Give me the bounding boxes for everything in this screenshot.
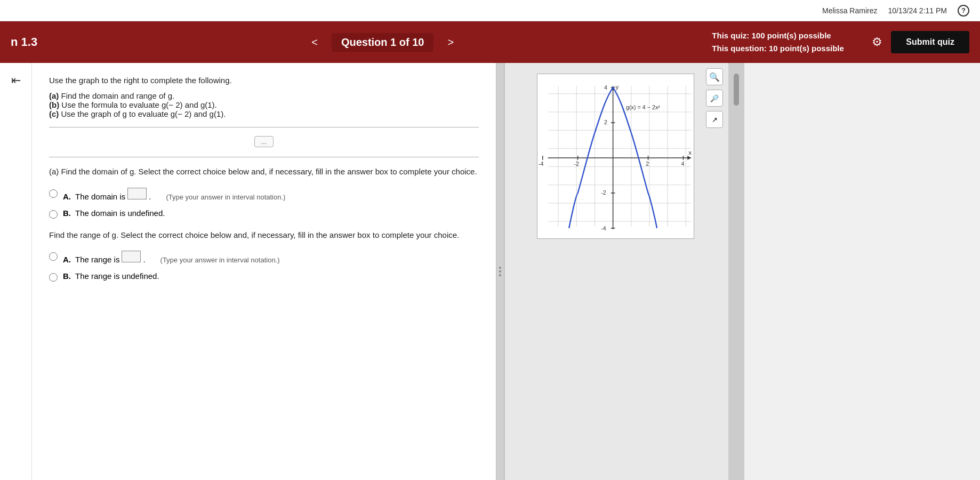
domain-option-a-text: A. The domain is . (Type your answer in … — [63, 188, 285, 201]
next-question-button[interactable]: > — [442, 34, 459, 51]
quiz-info: This quiz: 100 point(s) possible This qu… — [712, 29, 861, 55]
header: n 1.3 < Question 1 of 10 > This quiz: 10… — [0, 21, 980, 63]
back-arrow-icon[interactable]: ⇤ — [11, 74, 21, 87]
part-a-label: (a) — [49, 91, 59, 100]
right-panel: 🔍 🔎 ↗ — [504, 63, 728, 480]
svg-text:x: x — [688, 149, 692, 156]
user-info-group: Melissa Ramirez 10/13/24 2:11 PM ? — [822, 5, 969, 17]
part-c-label: (c) — [49, 109, 59, 118]
svg-text:2: 2 — [604, 119, 607, 125]
quiz-points-line: This quiz: 100 point(s) possible — [712, 29, 861, 42]
range-radio-a[interactable] — [49, 252, 58, 261]
domain-radio-b[interactable] — [49, 210, 58, 219]
svg-text:-4: -4 — [538, 161, 543, 167]
settings-icon[interactable]: ⚙ — [872, 35, 882, 49]
domain-option-a-main: The domain is — [75, 192, 125, 201]
part-a-text: Find the domain and range of g. — [61, 91, 175, 100]
subquestion-domain: (a) Find the domain of g. Select the cor… — [49, 166, 479, 178]
question-parts: (a) Find the domain and range of g. (b) … — [49, 91, 479, 118]
submit-quiz-button[interactable]: Submit quiz — [891, 31, 969, 53]
range-option-a-text: A. The range is . (Type your answer in i… — [63, 251, 280, 264]
right-scrollbar — [728, 63, 744, 480]
domain-answer-box[interactable] — [127, 188, 147, 199]
nav-center: < Question 1 of 10 > — [53, 33, 712, 52]
domain-radio-a[interactable] — [49, 189, 58, 198]
domain-option-a-hint: (Type your answer in interval notation.) — [166, 193, 285, 201]
dot-1 — [499, 267, 501, 269]
range-option-a: A. The range is . (Type your answer in i… — [49, 251, 479, 264]
expand-button[interactable]: ↗ — [706, 111, 723, 128]
graph-container: x y -2 2 4 -4 4 2 -2 — [537, 74, 697, 239]
question-points-line: This question: 10 point(s) possible — [712, 42, 861, 55]
scrollbar-thumb[interactable] — [734, 74, 739, 106]
divider-1 — [49, 127, 479, 127]
part-b-label: (b) — [49, 100, 59, 109]
question-points-value: 10 point(s) possible — [769, 44, 844, 53]
main-content: ⇤ Use the graph to the right to complete… — [0, 63, 980, 480]
quiz-points-label: This quiz: — [712, 31, 749, 40]
svg-text:y: y — [615, 83, 618, 90]
domain-option-b-main: The domain is undefined. — [75, 209, 165, 218]
svg-text:4: 4 — [604, 84, 607, 91]
zoom-out-button[interactable]: 🔎 — [706, 90, 723, 107]
range-answer-box[interactable] — [122, 251, 141, 262]
graph-svg: x y -2 2 4 -4 4 2 -2 — [537, 74, 694, 239]
part-b-text: Use the formula to evaluate g(− 2) and g… — [61, 100, 216, 109]
help-icon[interactable]: ? — [958, 5, 969, 17]
collapse-dots — [499, 267, 501, 276]
range-option-b-label: B. — [63, 271, 71, 281]
range-radio-b[interactable] — [49, 273, 58, 282]
dot-3 — [499, 274, 501, 276]
dot-2 — [499, 270, 501, 273]
question-label: Question 1 of 10 — [332, 33, 434, 52]
domain-option-b-label: B. — [63, 209, 71, 218]
section-label: n 1.3 — [11, 35, 53, 49]
zoom-in-button[interactable]: 🔍 — [706, 68, 723, 85]
quiz-points-value: 100 point(s) possible — [752, 31, 831, 40]
range-option-a-main: The range is — [75, 255, 119, 264]
domain-option-b-text: B. The domain is undefined. — [63, 209, 165, 218]
range-option-b-main: The range is undefined. — [75, 271, 159, 281]
question-area: Use the graph to the right to complete t… — [32, 63, 496, 480]
question-intro: Use the graph to the right to complete t… — [49, 76, 479, 85]
svg-rect-0 — [537, 76, 694, 237]
ellipsis-button[interactable]: ... — [254, 136, 274, 147]
range-option-b-text: B. The range is undefined. — [63, 271, 159, 281]
svg-text:2: 2 — [646, 161, 649, 167]
range-option-a-label: A. — [63, 255, 71, 264]
left-sidebar: ⇤ — [0, 63, 32, 480]
part-c-text: Use the graph of g to evaluate g(− 2) an… — [61, 109, 226, 118]
divider-2 — [49, 157, 479, 157]
range-option-a-hint: (Type your answer in interval notation.) — [160, 256, 280, 264]
prev-question-button[interactable]: < — [306, 34, 323, 51]
username: Melissa Ramirez — [822, 6, 877, 15]
collapse-handle[interactable] — [496, 63, 504, 480]
svg-text:-4: -4 — [601, 225, 606, 231]
svg-text:4: 4 — [681, 161, 684, 167]
range-option-b: B. The range is undefined. — [49, 271, 479, 282]
formula-label: g(x) = 4 − 2x² — [626, 104, 660, 110]
subquestion-range: Find the range of g. Select the correct … — [49, 229, 479, 242]
question-points-label: This question: — [712, 44, 767, 53]
domain-option-b: B. The domain is undefined. — [49, 209, 479, 219]
submit-area: ⚙ Submit quiz — [872, 31, 969, 53]
svg-text:-2: -2 — [574, 161, 579, 167]
domain-option-a-label: A. — [63, 192, 71, 201]
top-bar: Melissa Ramirez 10/13/24 2:11 PM ? — [0, 0, 980, 21]
svg-text:-2: -2 — [601, 189, 606, 196]
datetime: 10/13/24 2:11 PM — [888, 6, 947, 15]
graph-tools: 🔍 🔎 ↗ — [706, 68, 723, 128]
domain-option-a: A. The domain is . (Type your answer in … — [49, 188, 479, 201]
